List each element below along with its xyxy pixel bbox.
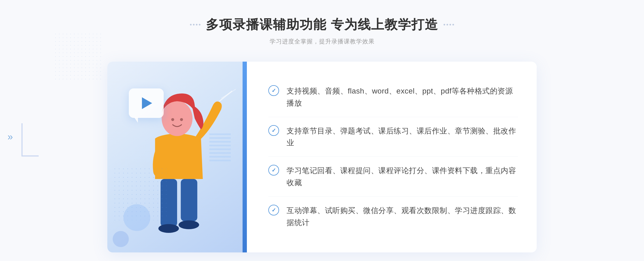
- svg-point-5: [171, 118, 174, 121]
- check-icon-4: ✓: [268, 205, 279, 215]
- svg-rect-1: [181, 179, 197, 221]
- check-icon-3: ✓: [268, 165, 279, 176]
- play-icon: [142, 97, 152, 109]
- feature-text-1: 支持视频、音频、flash、word、excel、ppt、pdf等各种格式的资源…: [287, 85, 518, 109]
- checkmark-3: ✓: [272, 167, 276, 173]
- svg-point-6: [180, 118, 183, 121]
- illustration-panel: [107, 62, 247, 252]
- check-icon-2: ✓: [268, 125, 279, 136]
- page-container: 多项录播课辅助功能 专为线上教学打造 学习进度全掌握，提升录播课教学效果: [0, 0, 644, 261]
- feature-text-2: 支持章节目录、弹题考试、课后练习、课后作业、章节测验、批改作业: [287, 125, 518, 149]
- feature-item-3: ✓ 学习笔记回看、课程提问、课程评论打分、课件资料下载，重点内容收藏: [268, 157, 518, 197]
- header-section: 多项录播课辅助功能 专为线上教学打造 学习进度全掌握，提升录播课教学效果: [190, 16, 454, 46]
- content-area: ✓ 支持视频、音频、flash、word、excel、ppt、pdf等各种格式的…: [107, 62, 537, 252]
- features-panel: ✓ 支持视频、音频、flash、word、excel、ppt、pdf等各种格式的…: [247, 62, 537, 252]
- left-decorator: [190, 24, 200, 25]
- feature-text-4: 互动弹幕、试听购买、微信分享、观看次数限制、学习进度跟踪、数据统计: [287, 205, 518, 229]
- blue-accent-bar: [243, 62, 247, 252]
- checkmark-1: ✓: [272, 88, 276, 93]
- feature-item-1: ✓ 支持视频、音频、flash、word、excel、ppt、pdf等各种格式的…: [268, 78, 518, 117]
- right-decorator: [444, 24, 454, 25]
- deco-circle-small: [113, 231, 129, 247]
- svg-point-4: [162, 101, 193, 136]
- play-bubble: [129, 88, 164, 118]
- stripes-decoration: [209, 131, 231, 163]
- page-title: 多项录播课辅助功能 专为线上教学打造: [206, 16, 438, 33]
- checkmark-4: ✓: [272, 207, 276, 213]
- left-arrow-decoration: »: [8, 131, 13, 143]
- feature-item-4: ✓ 互动弹幕、试听购买、微信分享、观看次数限制、学习进度跟踪、数据统计: [268, 197, 518, 236]
- deco-circle-large: [123, 204, 150, 231]
- svg-point-3: [178, 221, 199, 229]
- check-icon-1: ✓: [268, 85, 279, 96]
- checkmark-2: ✓: [272, 128, 276, 133]
- title-row: 多项录播课辅助功能 专为线上教学打造: [190, 16, 454, 33]
- svg-line-8: [221, 89, 236, 98]
- svg-point-2: [158, 224, 179, 233]
- page-subtitle: 学习进度全掌握，提升录播课教学效果: [190, 38, 454, 46]
- feature-item-2: ✓ 支持章节目录、弹题考试、课后练习、课后作业、章节测验、批改作业: [268, 118, 518, 157]
- feature-text-3: 学习笔记回看、课程提问、课程评论打分、课件资料下载，重点内容收藏: [287, 165, 518, 189]
